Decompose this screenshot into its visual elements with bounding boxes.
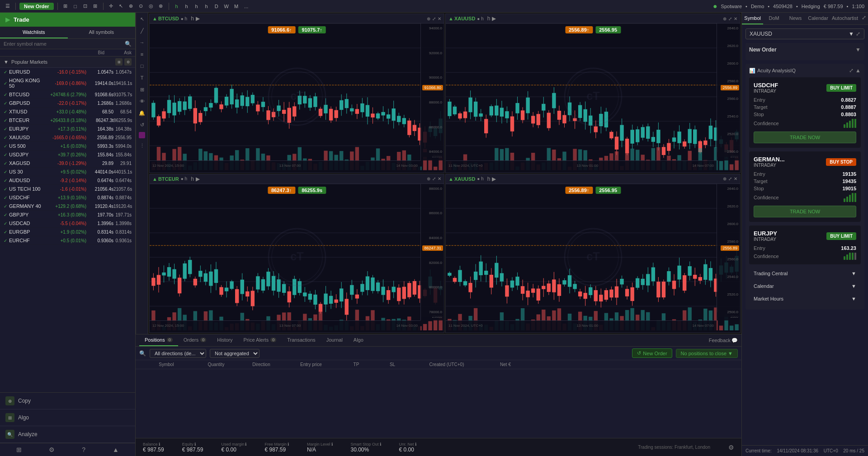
symbol-expand-icon[interactable]: ⤢ [856,31,860,37]
chart-more-btn2-1[interactable]: ▶ [492,15,496,22]
chart-more-btn2-2[interactable]: ▶ [196,176,200,182]
alert-tool[interactable]: 🔔 [137,108,146,118]
list-item[interactable]: ✓ US 30 +9.5 (0.02%) 44014.0s 44015.1s [0,168,135,176]
list-item[interactable]: ✓ EURJPY +17.3 (0.11%) 164.38s 164.38s [0,125,135,133]
trading-central-dropdown[interactable]: Trading Central ▼ [749,268,861,279]
chevron-footer-icon[interactable]: ▲ [113,446,119,453]
symbol-selector[interactable]: XAUUSD ▼ ⤢ [745,28,864,39]
new-order-collapse[interactable]: ▼ [855,47,861,53]
equity-info-icon[interactable]: ℹ [194,442,196,447]
monitor-icon[interactable]: ⊞ [61,2,70,10]
chart-body-1[interactable]: 2556.89↑ 2556.95 cT 2556.89 2640.02620.0… [446,24,740,170]
close-btn-1[interactable]: ✕ [734,16,737,21]
popular-markets-header[interactable]: ▼ Popular Markets ⊞ ⚙ [0,56,135,68]
chart-more-btn-2[interactable]: h [191,176,194,182]
tab-price-alerts[interactable]: Price Alerts 0 [238,334,282,346]
chart-body-2[interactable]: 86247.3↑ 86255.9s cT 86247.31 88000.0860… [150,184,444,331]
trade-now-btn-0[interactable]: TRADE NOW [754,132,856,143]
fib-tool[interactable]: ≡ [137,50,146,59]
tab-dom[interactable]: DoM [763,13,784,24]
chart-more-btn-0[interactable]: h [191,15,194,22]
chart-more-btn-3[interactable]: h [487,176,491,182]
close-btn-2[interactable]: ✕ [438,176,441,181]
text-tool[interactable]: T [137,73,146,82]
compare-btn-3[interactable]: ⊕ [723,176,726,181]
direction-filter[interactable]: All directions (de... [150,349,206,358]
tab-news[interactable]: News [785,13,806,24]
tab-symbol[interactable]: Symbol [742,13,763,24]
interval-h3[interactable]: h [193,2,201,10]
chart-footer-icon[interactable]: ⊞ [16,446,22,453]
more-icon[interactable]: ... [242,2,250,10]
compare-btn-1[interactable]: ⊕ [723,16,726,21]
camera-icon[interactable]: ◎ [147,2,155,10]
list-item[interactable]: ✓ BTCUSD +24748.6 (2.79%) 91068.6s 91075… [0,90,135,99]
signal-action-btn-1[interactable]: BUY STOP [826,158,856,166]
layout-icon[interactable]: ⊞ [91,2,99,10]
hamburger-icon[interactable]: ☰ [4,2,12,10]
chart-body-0[interactable]: 91066.6↑ 91075.7↑ cT 91066.80 94000.0920… [150,24,444,170]
new-order-bottom-button[interactable]: ↺ New Order [632,348,672,358]
list-item[interactable]: ✓ EURGBP +1.9 (0.02%) 0.8314s 0.8314s [0,228,135,236]
interval-h2[interactable]: h [183,2,191,10]
interval-W[interactable]: W [222,2,231,10]
unr-net-info-icon[interactable]: ℹ [415,442,416,447]
copy-item[interactable]: ⊕ Copy [0,393,135,409]
footer-gear-icon[interactable]: ⚙ [728,444,734,451]
list-item[interactable]: ✓ USDCAD -5.5 (-0.04%) 1.3996s 1.3998s [0,219,135,228]
signal-action-btn-2[interactable]: BUY LIMIT [826,232,856,240]
tab-watchlists[interactable]: Watchlists [0,27,68,38]
tab-positions[interactable]: Positions 0 [139,334,178,346]
market-hours-dropdown[interactable]: Market Hours ▼ [749,293,861,304]
zoom-icon[interactable]: ⊕ [127,2,135,10]
list-item[interactable]: ✓ GBPJPY +16.3 (0.08%) 197.70s 197.71s [0,211,135,219]
chart-icon[interactable]: □ [71,2,80,10]
rect-tool[interactable]: □ [137,61,146,71]
smart-stop-info-icon[interactable]: ℹ [380,442,381,447]
detach-btn-3[interactable]: ⤢ [728,176,732,181]
tab-calendar[interactable]: Calendar [806,13,830,24]
color-tool[interactable] [139,132,145,138]
margin-level-info-icon[interactable]: ℹ [331,442,333,447]
list-item[interactable]: ✓ HONG KONG 50 -169.0 (-0.86%) 19414.0s … [0,76,135,90]
search-input[interactable] [4,41,125,47]
pointer-icon[interactable]: ↖ [117,2,125,10]
measure-tool[interactable]: ⊞ [137,85,146,94]
signal-action-btn-0[interactable]: BUY LIMIT [826,84,856,92]
tab-autochartist[interactable]: Autochartist [830,13,860,24]
detach-btn-1[interactable]: ⤢ [728,16,732,21]
expand-button[interactable]: ⊞ [115,58,123,66]
feedback-button[interactable]: Feedback 💬 [709,338,738,343]
analyze-item[interactable]: 🔍 Analyze [0,426,135,443]
no-positions-button[interactable]: No positions to close ▼ [676,349,738,358]
tab-transactions[interactable]: Transactions [282,334,321,346]
interval-M[interactable]: M [232,2,241,10]
close-btn-3[interactable]: ✕ [734,176,737,181]
list-item[interactable]: ✓ XAUUSD -1665.0 (-0.65%) 2556.89 2556.9… [0,133,135,142]
new-order-button[interactable]: New Order [19,3,54,10]
aggregation-filter[interactable]: Not aggregated [210,349,259,358]
free-margin-info-icon[interactable]: ℹ [288,442,289,447]
calendar-dropdown[interactable]: Calendar ▼ [749,281,861,291]
eye-chart-tool[interactable]: 👁 [137,97,146,106]
interval-D[interactable]: D [212,2,221,10]
list-item[interactable]: ✓ EURCHF +0.5 (0.01%) 0.9360s 0.9361s [0,236,135,245]
compare-btn-0[interactable]: ⊕ [427,16,430,21]
list-item[interactable]: ✓ EURUSD -16.0 (-0.15%) 1.0547s 1.0547s [0,68,135,76]
chart-body-3[interactable]: 2556.89↑ 2556.95 cT 2556.89 2640.02620.0… [446,184,740,331]
help-footer-icon[interactable]: ? [82,446,85,453]
list-item[interactable]: ✓ XAGUSD -39.0 (-1.29%) 29.89 29.91 [0,159,135,168]
interval-h[interactable]: h [173,2,181,10]
trend-line-tool[interactable]: ╱ [137,26,146,35]
chart-more-btn2-0[interactable]: ▶ [196,15,200,22]
close-btn-0[interactable]: ✕ [438,16,441,21]
list-item[interactable]: ✓ GERMANY 40 +129.2 (0.68%) 19120.4s 191… [0,202,135,211]
tab-history[interactable]: History [212,334,238,346]
detach-btn-0[interactable]: ⤢ [432,16,436,21]
right-panel-expand[interactable]: ⤢ [860,13,868,24]
trade-now-btn-1[interactable]: TRADE NOW [754,206,856,217]
crosshair-icon[interactable]: ✛ [107,2,115,10]
ray-tool[interactable]: → [137,38,146,47]
tab-algo[interactable]: Algo [348,334,369,346]
gear-footer-icon[interactable]: ⚙ [49,446,55,453]
